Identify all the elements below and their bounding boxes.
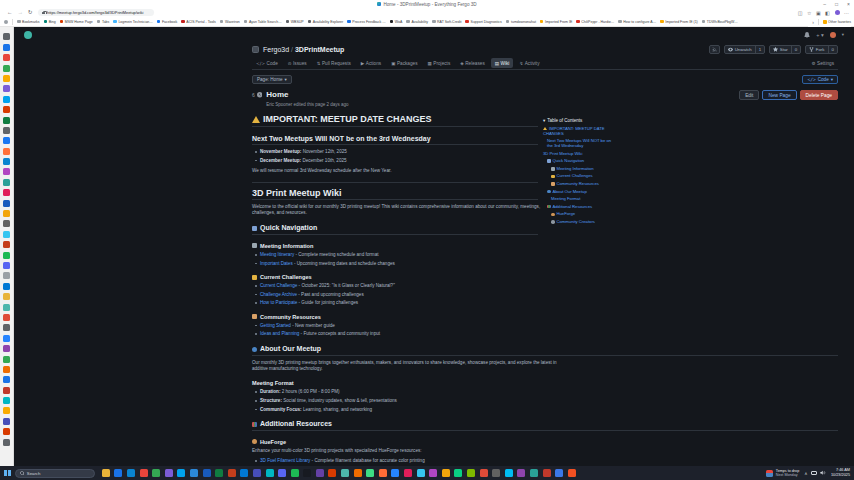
toc-item[interactable]: Additional Resources — [543, 204, 617, 209]
vertical-tab-icon[interactable] — [3, 439, 10, 446]
bookmark-item[interactable]: Logmein Technician… — [113, 20, 152, 24]
taskbar-app-icon[interactable] — [165, 469, 173, 477]
taskbar-app-icon[interactable] — [404, 469, 412, 477]
bookmark-item[interactable]: WoA — [390, 20, 403, 24]
taskbar-app-icon[interactable] — [114, 469, 122, 477]
taskbar-app-icon[interactable] — [505, 469, 513, 477]
tab-issues[interactable]: ⊙Issues — [284, 58, 311, 68]
vertical-tab-icon[interactable] — [3, 75, 10, 82]
vertical-tab-icon[interactable] — [3, 356, 10, 363]
vertical-tab-icon[interactable] — [3, 85, 10, 92]
taskbar-app-icon[interactable] — [190, 469, 198, 477]
taskbar-search[interactable]: Search — [15, 469, 95, 478]
back-button[interactable]: ← — [7, 8, 13, 17]
extensions-icon[interactable]: ◧ — [825, 10, 830, 16]
vertical-tab-icon[interactable] — [3, 283, 10, 290]
bookmark-item[interactable]: Bookmarks — [17, 20, 40, 24]
toc-item[interactable]: HueForge — [543, 211, 617, 216]
page-selector-dropdown[interactable]: Page: Home ▾ — [252, 75, 292, 84]
favorites-star-icon[interactable]: ☆ — [807, 10, 811, 16]
vertical-tab-icon[interactable] — [3, 96, 10, 103]
star-count[interactable]: 0 — [791, 46, 800, 53]
toc-item[interactable]: Current Challenges — [543, 173, 617, 178]
taskbar-app-icon[interactable] — [266, 469, 274, 477]
vertical-tab-icon[interactable] — [3, 210, 10, 217]
bookmark-item[interactable]: Availability — [406, 20, 428, 24]
taskbar-app-icon[interactable] — [341, 469, 349, 477]
vertical-tab-icon[interactable] — [3, 407, 10, 414]
minimize-button[interactable]: – — [823, 1, 826, 7]
vertical-tab-icon[interactable] — [3, 241, 10, 248]
tab-releases[interactable]: ◈Releases — [456, 58, 489, 68]
chevron-right-icon[interactable]: › — [812, 19, 814, 25]
edit-button[interactable]: Edit — [739, 90, 759, 100]
toc-item[interactable]: Meeting Information — [543, 166, 617, 171]
globe-icon[interactable] — [4, 20, 8, 24]
vertical-tab-icon[interactable] — [3, 65, 10, 72]
vertical-tab-icon[interactable] — [3, 179, 10, 186]
maximize-button[interactable]: □ — [835, 1, 838, 7]
taskbar-app-icon[interactable] — [417, 469, 425, 477]
vertical-tab-icon[interactable] — [3, 127, 10, 134]
user-avatar[interactable] — [830, 32, 836, 38]
taskbar-app-icon[interactable] — [203, 469, 211, 477]
taskbar-app-icon[interactable] — [555, 469, 563, 477]
vertical-tab-icon[interactable] — [3, 44, 10, 51]
vertical-tab-icon[interactable] — [3, 33, 10, 40]
taskbar-app-icon[interactable] — [240, 469, 248, 477]
new-page-button[interactable]: New Page — [762, 90, 796, 100]
display-icon[interactable] — [811, 471, 817, 476]
chevron-down-icon[interactable]: ▾ — [842, 32, 844, 37]
taskbar-app-icon[interactable] — [354, 469, 362, 477]
taskbar-app-icon[interactable] — [102, 469, 110, 477]
toc-item[interactable]: Quick Navigation — [543, 158, 617, 163]
vertical-tab-icon[interactable] — [3, 324, 10, 331]
wiki-link[interactable]: Important Dates — [260, 261, 293, 266]
wiki-link[interactable]: Meeting Itinerary — [260, 252, 294, 257]
toc-item[interactable]: Next Two Meetups Will NOT be on the 3rd … — [543, 138, 617, 148]
bookmark-item[interactable]: TDWfcBoutPbgW… — [702, 20, 738, 24]
bookmark-item[interactable]: Availability Explorer — [308, 20, 344, 24]
vertical-tab-icon[interactable] — [3, 272, 10, 279]
taskbar-app-icon[interactable] — [467, 469, 475, 477]
taskbar-app-icon[interactable] — [391, 469, 399, 477]
taskbar-app-icon[interactable] — [316, 469, 324, 477]
close-button[interactable]: × — [847, 1, 850, 7]
wiki-link[interactable]: How to Participate — [260, 300, 297, 305]
taskbar-app-icon[interactable] — [442, 469, 450, 477]
vertical-tab-icon[interactable] — [3, 304, 10, 311]
taskbar-app-icon[interactable] — [328, 469, 336, 477]
vertical-tab-icon[interactable] — [3, 252, 10, 259]
vertical-tab-icon[interactable] — [3, 137, 10, 144]
toc-item[interactable]: IMPORTANT: MEETUP DATE CHANGES — [543, 126, 617, 136]
taskbar-app-icon[interactable] — [278, 469, 286, 477]
toc-item[interactable]: About Our Meetup — [543, 189, 617, 194]
vertical-tab-icon[interactable] — [3, 428, 10, 435]
taskbar-app-icon[interactable] — [253, 469, 261, 477]
toc-item[interactable]: Community Creators — [543, 219, 617, 224]
tab-activity[interactable]: ↯Activity — [515, 58, 543, 68]
vertical-tab-icon[interactable] — [3, 345, 10, 352]
taskbar-app-icon[interactable] — [127, 469, 135, 477]
bookmark-item[interactable]: Ayan Table Search… — [244, 20, 282, 24]
toc-collapse-caret[interactable]: ▾ — [543, 118, 545, 123]
wiki-link[interactable]: Challenge Archive — [260, 292, 297, 297]
other-favorites-button[interactable]: Other favorites — [823, 20, 851, 24]
taskbar-app-icon[interactable] — [379, 469, 387, 477]
notifications-bell-icon[interactable] — [804, 32, 810, 38]
wiki-code-button[interactable]: </> Code ▾ — [802, 75, 838, 84]
taskbar-app-icon[interactable] — [429, 469, 437, 477]
forward-button[interactable]: → — [18, 8, 24, 17]
weather-widget[interactable]: Temps to drop Next Monday — [766, 469, 799, 478]
bookmark-item[interactable]: Support Diagnostics — [465, 20, 501, 24]
fork-count[interactable]: 0 — [828, 46, 837, 53]
vertical-tab-icon[interactable] — [3, 54, 10, 61]
watch-count[interactable]: 1 — [755, 46, 764, 53]
toc-item[interactable]: Meeting Format — [543, 196, 617, 201]
vertical-tab-icon[interactable] — [3, 148, 10, 155]
taskbar-app-icon[interactable] — [291, 469, 299, 477]
vertical-tab-icon[interactable] — [3, 376, 10, 383]
bookmark-item[interactable]: ACIS Portal - Tools — [181, 20, 216, 24]
toc-item[interactable]: Community Resources — [543, 181, 617, 186]
taskbar-app-icon[interactable] — [215, 469, 223, 477]
